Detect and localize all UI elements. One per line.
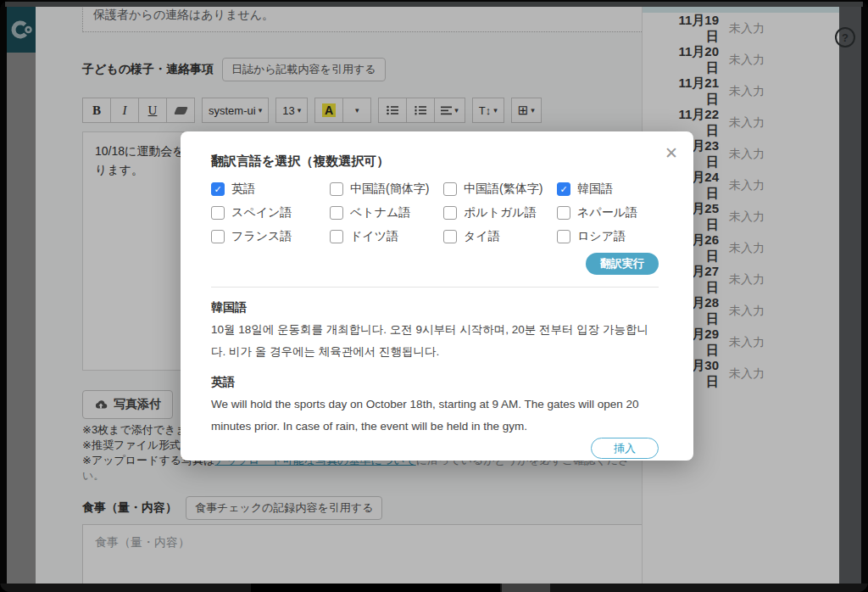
language-label: 英語 — [231, 182, 255, 197]
checkbox-icon[interactable] — [330, 206, 343, 220]
bottom-window-edge — [0, 584, 868, 592]
language-label: タイ語 — [464, 229, 500, 244]
close-icon[interactable]: ✕ — [665, 145, 678, 161]
language-checkbox-item[interactable]: スペイン語 — [211, 205, 330, 221]
language-label: ドイツ語 — [350, 229, 398, 244]
checkbox-icon[interactable] — [443, 206, 457, 220]
language-checkbox-item[interactable]: ドイツ語 — [330, 229, 443, 244]
checkbox-icon[interactable] — [443, 182, 457, 196]
app-canvas: 保護者からの連絡はありません。 子どもの様子・連絡事項 日誌から記載内容を引用す… — [7, 7, 861, 584]
checkbox-icon[interactable] — [557, 206, 570, 220]
dock-segment-dark — [251, 584, 500, 592]
language-checkbox-item[interactable]: ベトナム語 — [330, 205, 443, 221]
result-language-english: 英語 — [211, 375, 659, 390]
result-language-korean: 韓国語 — [211, 300, 659, 316]
checkbox-icon[interactable] — [330, 182, 343, 196]
language-checkbox-item[interactable]: 韓国語 — [557, 182, 659, 197]
checkbox-icon[interactable] — [330, 230, 343, 243]
language-checkbox-item[interactable]: ネパール語 — [557, 205, 659, 221]
checkbox-icon[interactable] — [557, 230, 570, 243]
language-checkbox-item[interactable]: 英語 — [211, 182, 330, 197]
dock-segment-light — [502, 584, 550, 592]
language-checkbox-item[interactable]: 中国語(簡体字) — [330, 182, 443, 197]
checkbox-icon[interactable] — [211, 206, 225, 220]
language-checkbox-item[interactable]: タイ語 — [443, 229, 557, 244]
modal-actions: 翻訳実行 — [211, 253, 659, 275]
result-text-korean: 10월 18일에 운동회를 개최합니다. 오전 9시부터 시작하며, 20분 전… — [211, 319, 659, 362]
language-label: 韓国語 — [577, 182, 613, 197]
modal-divider — [211, 287, 659, 288]
language-label: ベトナム語 — [350, 205, 410, 221]
run-translation-button[interactable]: 翻訳実行 — [586, 253, 659, 275]
language-label: ポルトガル語 — [464, 205, 537, 221]
checkbox-icon[interactable] — [211, 182, 225, 196]
language-label: ロシア語 — [577, 229, 626, 244]
language-label: スペイン語 — [231, 205, 292, 221]
checkbox-icon[interactable] — [211, 230, 225, 243]
language-label: 中国語(簡体字) — [350, 182, 429, 197]
language-label: ネパール語 — [577, 205, 637, 221]
language-label: フランス語 — [231, 229, 292, 244]
modal-title: 翻訳言語を選択（複数選択可） — [211, 154, 659, 170]
os-window: 保護者からの連絡はありません。 子どもの様子・連絡事項 日誌から記載内容を引用す… — [0, 0, 868, 592]
checkbox-icon[interactable] — [443, 230, 457, 243]
language-checkbox-item[interactable]: ポルトガル語 — [443, 205, 557, 221]
language-label: 中国語(繁体字) — [464, 182, 542, 197]
insert-button[interactable]: 挿入 — [591, 438, 659, 459]
language-checkbox-item[interactable]: 中国語(繁体字) — [443, 182, 557, 197]
insert-row: 挿入 — [211, 438, 659, 459]
checkbox-icon[interactable] — [557, 182, 570, 196]
language-checkbox-item[interactable]: フランス語 — [211, 229, 330, 244]
language-checkbox-grid: 英語 中国語(簡体字) 中国語(繁体字) 韓国語 スペイン語 ベトナム語 ポルト… — [211, 182, 659, 244]
language-checkbox-item[interactable]: ロシア語 — [557, 229, 659, 244]
translation-modal: ✕ 翻訳言語を選択（複数選択可） 英語 中国語(簡体字) 中国語(繁体字) 韓国… — [181, 131, 693, 461]
result-text-english: We will hold the sports day on October 1… — [211, 394, 659, 437]
